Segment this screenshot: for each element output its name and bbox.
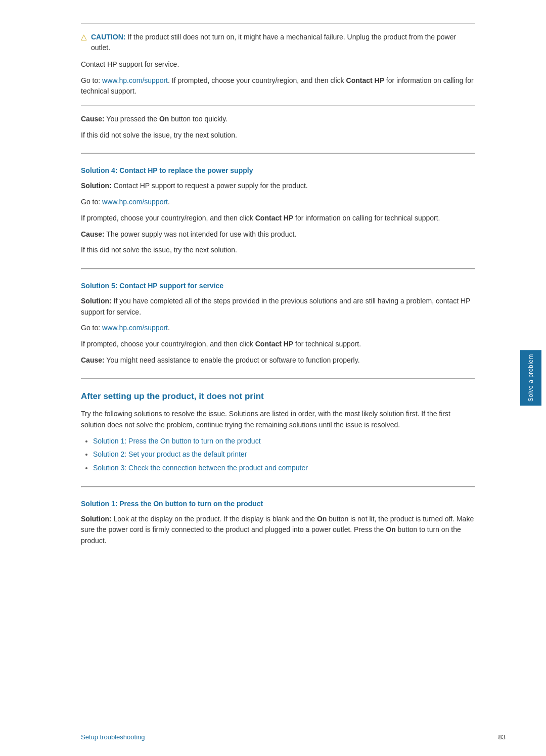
contact-hp-bold-caution: Contact HP — [346, 76, 384, 84]
next-solution-1: If this did not solve the issue, try the… — [81, 130, 475, 141]
solution-1-new-label: Solution: — [81, 515, 112, 523]
on-bold-1: On — [159, 115, 169, 123]
goto-label-s5: Go to: — [81, 324, 102, 332]
caution-icon: △ — [81, 32, 87, 41]
solution-1-new-heading: Solution 1: Press the On button to turn … — [81, 500, 475, 508]
support-link-s5[interactable]: www.hp.com/support — [102, 324, 168, 332]
cause-label-1: Cause: — [81, 115, 105, 123]
cause-on-button: Cause: You pressed the On button too qui… — [81, 114, 475, 125]
solution-5-heading: Solution 5: Contact HP support for servi… — [81, 282, 475, 290]
contact-hp-s4: Contact HP — [255, 214, 293, 222]
support-link-caution[interactable]: www.hp.com/support — [102, 76, 168, 84]
divider-2 — [81, 268, 475, 270]
cause-s5: Cause: You might need assistance to enab… — [81, 355, 475, 366]
cause-label-s5: Cause: — [81, 356, 105, 364]
side-tab-wrapper: Solve a problem — [516, 0, 546, 756]
on-in-heading: On — [153, 500, 163, 508]
go-to-label: Go to: — [81, 76, 102, 84]
solution-5-goto: Go to: www.hp.com/support. — [81, 323, 475, 334]
solution-3-link[interactable]: Solution 3: Check the connection between… — [93, 464, 308, 472]
divider-1 — [81, 153, 475, 154]
caution-body: If the product still does not turn on, i… — [91, 33, 456, 52]
solution-5-label: Solution: — [81, 297, 112, 305]
solution-4-heading: Solution 4: Contact HP to replace the po… — [81, 166, 475, 174]
after-setting-heading: After setting up the product, it does no… — [81, 391, 475, 402]
goto-period-s4: . — [168, 198, 170, 206]
cause-label-s4: Cause: — [81, 230, 105, 238]
top-rule — [81, 23, 475, 24]
bullet-item-1: Solution 1: Press the On button to turn … — [93, 436, 475, 447]
caution-section: △ CAUTION: If the product still does not… — [81, 23, 475, 141]
after-setting-intro: Try the following solutions to resolve t… — [81, 409, 475, 430]
solution-1-new-block: Solution 1: Press the On button to turn … — [81, 500, 475, 547]
caution-text: CAUTION: If the product still does not t… — [91, 32, 475, 53]
page-footer: Setup troubleshooting 83 — [0, 733, 546, 741]
solution-5-if-prompted: If prompted, choose your country/region,… — [81, 339, 475, 350]
solution-5-text: Solution: If you have completed all of t… — [81, 296, 475, 318]
goto-label-s4: Go to: — [81, 198, 102, 206]
caution-bottom-rule — [81, 105, 475, 106]
solution-4-if-prompted: If prompted, choose your country/region,… — [81, 213, 475, 224]
solution-4-label: Solution: — [81, 182, 112, 190]
solution-5-block: Solution 5: Contact HP support for servi… — [81, 282, 475, 366]
bullet-item-2: Solution 2: Set your product as the defa… — [93, 449, 475, 460]
solution-4-block: Solution 4: Contact HP to replace the po… — [81, 166, 475, 255]
solution-2-link[interactable]: Solution 2: Set your product as the defa… — [93, 450, 247, 458]
divider-4 — [81, 486, 475, 487]
caution-label: CAUTION: — [91, 33, 125, 41]
solution-1-new-text: Solution: Look at the display on the pro… — [81, 514, 475, 547]
page-number: 83 — [498, 733, 506, 741]
support-link-s4[interactable]: www.hp.com/support — [102, 198, 168, 206]
after-setting-section: After setting up the product, it does no… — [81, 391, 475, 473]
on-bold-s1new-2: On — [386, 525, 395, 533]
cause-s4: Cause: The power supply was not intended… — [81, 229, 475, 240]
next-solution-s4: If this did not solve the issue, try the… — [81, 245, 475, 256]
contact-hp-s5: Contact HP — [255, 340, 293, 348]
go-to-support: Go to: www.hp.com/support. If prompted, … — [81, 75, 475, 97]
bullet-item-3: Solution 3: Check the connection between… — [93, 463, 475, 474]
goto-period-s5: . — [168, 324, 170, 332]
on-bold-s1new-1: On — [317, 515, 327, 523]
solution-4-text: Solution: Contact HP support to request … — [81, 181, 475, 192]
caution-block: △ CAUTION: If the product still does not… — [81, 32, 475, 53]
solutions-list: Solution 1: Press the On button to turn … — [93, 436, 475, 474]
footer-label: Setup troubleshooting — [81, 733, 145, 741]
contact-hp-service: Contact HP support for service. — [81, 59, 475, 70]
solution-4-goto: Go to: www.hp.com/support. — [81, 197, 475, 208]
solution-1-link[interactable]: Solution 1: Press the On button to turn … — [93, 437, 261, 445]
solve-a-problem-tab: Solve a problem — [520, 350, 541, 406]
divider-3 — [81, 378, 475, 379]
